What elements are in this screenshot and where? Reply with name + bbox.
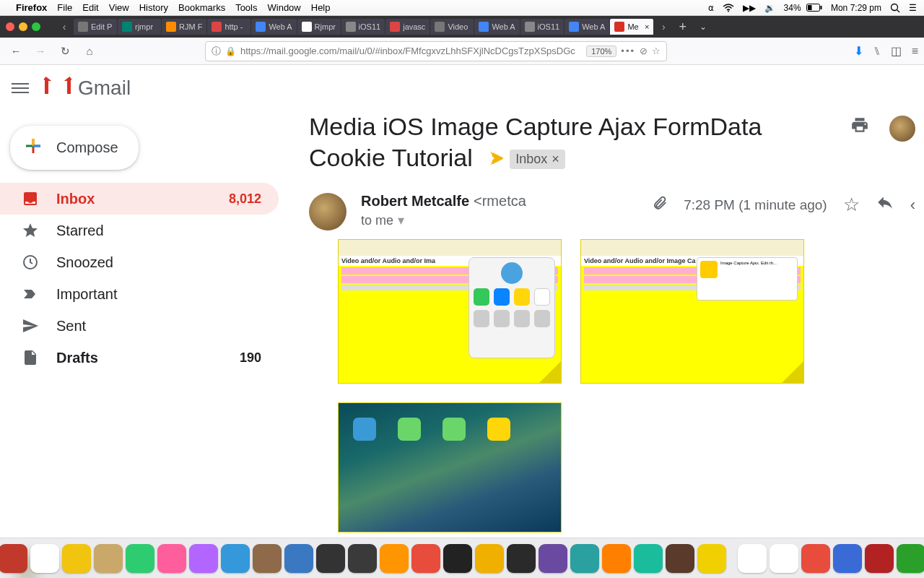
- dock-app-icon[interactable]: [833, 544, 862, 573]
- menu-bookmarks[interactable]: Bookmarks: [178, 2, 225, 13]
- forward-button[interactable]: →: [30, 41, 51, 61]
- dock-app-icon[interactable]: [570, 544, 599, 573]
- dock-app-icon[interactable]: [801, 544, 830, 573]
- menu-tools[interactable]: Tools: [235, 2, 257, 13]
- compose-button[interactable]: Compose: [10, 126, 139, 170]
- attachment-thumbnail[interactable]: Video and/or Audio and/or Image Ca Image…: [580, 239, 804, 384]
- downloads-icon[interactable]: ⬇: [854, 44, 863, 58]
- print-icon[interactable]: [850, 116, 869, 139]
- library-icon[interactable]: ⑊: [873, 45, 881, 58]
- dock-app-icon[interactable]: [284, 544, 313, 573]
- dock-app-icon[interactable]: [94, 544, 123, 573]
- dock-app-icon[interactable]: [539, 544, 567, 573]
- browser-tab[interactable]: javasc: [385, 19, 430, 35]
- wifi-icon[interactable]: [723, 4, 734, 12]
- battery-status[interactable]: 34%: [784, 3, 822, 13]
- dock-app-icon[interactable]: [411, 544, 440, 573]
- dock-app-icon[interactable]: [507, 544, 536, 573]
- more-actions-icon[interactable]: ‹: [910, 196, 915, 215]
- spotlight-icon[interactable]: [890, 3, 900, 13]
- close-tab-icon[interactable]: ×: [645, 22, 649, 31]
- avast-icon[interactable]: ⍺: [708, 3, 714, 13]
- menu-help[interactable]: Help: [311, 2, 331, 13]
- browser-tab-active[interactable]: Me×: [610, 19, 653, 35]
- reader-mode-icon[interactable]: ⊘: [640, 46, 648, 56]
- dock-app-icon[interactable]: [62, 544, 91, 573]
- gmail-logo[interactable]: Gmail: [43, 75, 131, 102]
- menu-edit[interactable]: Edit: [82, 2, 98, 13]
- browser-tab[interactable]: iOS11: [341, 19, 385, 35]
- back-button[interactable]: ←: [6, 41, 26, 61]
- playback-icon[interactable]: ▶▶: [743, 3, 756, 13]
- sidebar-item-snoozed[interactable]: Snoozed: [0, 246, 279, 278]
- dock-app-icon[interactable]: [157, 544, 186, 573]
- clock[interactable]: Mon 7:29 pm: [831, 3, 881, 13]
- sender-avatar[interactable]: [309, 193, 346, 230]
- attachment-icon[interactable]: [652, 195, 668, 215]
- bookmark-star-icon[interactable]: ☆: [652, 46, 661, 56]
- attachment-thumbnail[interactable]: [338, 402, 562, 532]
- dock-app-icon[interactable]: [897, 544, 924, 573]
- window-minimize-button[interactable]: [19, 22, 27, 31]
- attachment-thumbnail[interactable]: Video and/or Audio and/or Ima: [338, 239, 562, 384]
- dock-app-icon[interactable]: [126, 544, 154, 573]
- notification-center-icon[interactable]: ☰: [909, 3, 917, 13]
- dock-app-icon[interactable]: [770, 544, 798, 573]
- sidebar-item-important[interactable]: Important: [0, 278, 279, 310]
- dock-app-icon[interactable]: [865, 544, 894, 573]
- dock-app-icon[interactable]: [475, 544, 504, 573]
- app-menu[interactable]: Firefox: [16, 2, 47, 13]
- dock-app-icon[interactable]: [253, 544, 282, 573]
- browser-tab[interactable]: RJM F: [162, 19, 206, 35]
- browser-tab[interactable]: Web A: [474, 19, 519, 35]
- dock-app-icon[interactable]: [666, 544, 694, 573]
- star-message-icon[interactable]: ☆: [843, 194, 860, 216]
- dock-app-icon[interactable]: [221, 544, 250, 573]
- browser-tab[interactable]: Web A: [251, 19, 296, 35]
- menu-window[interactable]: Window: [268, 2, 301, 13]
- tab-scroll-right-icon[interactable]: ›: [655, 21, 671, 33]
- browser-tab[interactable]: rjmpr: [118, 19, 161, 35]
- browser-tab[interactable]: Rjmpr: [297, 19, 341, 35]
- dock-app-icon[interactable]: [634, 544, 663, 573]
- browser-tab[interactable]: Edit P: [74, 19, 117, 35]
- site-info-icon[interactable]: ⓘ: [212, 45, 221, 58]
- important-marker-icon[interactable]: ⮞: [489, 150, 505, 170]
- browser-tab[interactable]: Video: [430, 19, 474, 35]
- sidebar-icon[interactable]: ◫: [891, 44, 902, 58]
- dock-app-icon[interactable]: [316, 544, 345, 573]
- dock-app-icon[interactable]: [189, 544, 218, 573]
- dock-app-icon[interactable]: [380, 544, 409, 573]
- dock-app-icon[interactable]: [738, 544, 767, 573]
- sidebar-item-inbox[interactable]: Inbox8,012: [0, 183, 279, 215]
- profile-avatar[interactable]: [889, 116, 915, 142]
- dock-app-icon[interactable]: [0, 544, 27, 573]
- tab-scroll-left-icon[interactable]: ‹: [56, 21, 72, 33]
- hamburger-menu-icon[interactable]: ≡: [912, 45, 918, 58]
- menu-view[interactable]: View: [109, 2, 129, 13]
- url-input[interactable]: ⓘ 🔒 https://mail.google.com/mail/u/0/#in…: [205, 41, 667, 61]
- browser-tab[interactable]: http -: [207, 19, 250, 35]
- new-tab-button[interactable]: +: [673, 20, 692, 35]
- dock-app-icon[interactable]: [348, 544, 377, 573]
- remove-label-icon[interactable]: ×: [552, 151, 559, 168]
- dock-app-icon[interactable]: [30, 544, 59, 573]
- menu-history[interactable]: History: [139, 2, 168, 13]
- show-details-icon[interactable]: ▾: [398, 212, 404, 228]
- page-actions-icon[interactable]: •••: [621, 46, 635, 56]
- dock-app-icon[interactable]: [443, 544, 472, 573]
- reply-icon[interactable]: [876, 193, 894, 217]
- sidebar-item-starred[interactable]: Starred: [0, 215, 279, 246]
- tab-list-button[interactable]: ⌄: [694, 22, 712, 32]
- reload-button[interactable]: ↻: [55, 41, 75, 61]
- zoom-badge[interactable]: 170%: [586, 46, 616, 57]
- inbox-label-chip[interactable]: Inbox ×: [510, 150, 565, 169]
- main-menu-icon[interactable]: [12, 83, 29, 93]
- sidebar-item-sent[interactable]: Sent: [0, 310, 279, 342]
- browser-tab[interactable]: iOS11: [520, 19, 565, 35]
- browser-tab[interactable]: Web A: [565, 19, 609, 35]
- home-button[interactable]: ⌂: [79, 41, 100, 61]
- dock-app-icon[interactable]: [602, 544, 631, 573]
- menu-file[interactable]: File: [57, 2, 72, 13]
- window-maximize-button[interactable]: [32, 22, 40, 31]
